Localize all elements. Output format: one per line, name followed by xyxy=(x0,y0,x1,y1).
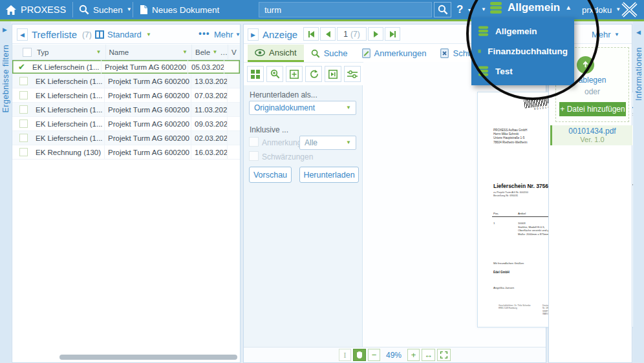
file-more-button[interactable]: Mehr xyxy=(592,30,611,39)
view-selector[interactable]: Standard xyxy=(107,30,142,39)
row-checkbox[interactable] xyxy=(19,134,28,142)
table-row[interactable]: ✔ EK Lieferschein (1... Projekt Turm AG … xyxy=(12,60,240,74)
info-strip-label[interactable]: Informationen xyxy=(634,47,643,101)
last-page-button[interactable] xyxy=(385,27,400,41)
database-menu-item[interactable]: Test xyxy=(471,61,574,81)
file-list-item[interactable]: 00101434.pdf Ver. 1.0 xyxy=(550,125,632,145)
user-menu-button[interactable]: prxdoku ▼ xyxy=(582,0,621,19)
topbar-divider xyxy=(133,2,133,17)
download-format-select[interactable]: Originaldokument ▼ xyxy=(249,101,356,115)
search-submit-button[interactable] xyxy=(434,2,451,17)
expand-right-icon[interactable]: ▶ xyxy=(3,26,7,33)
cell-name: Projekt Turm AG 600200 xyxy=(105,131,191,145)
table-row[interactable]: EK Lieferschein (1... Projekt Turm AG 60… xyxy=(12,74,240,88)
add-file-button[interactable]: + Datei hinzufügen xyxy=(559,102,626,116)
database-menu-item[interactable]: Allgemein xyxy=(471,21,574,41)
redactions-checkbox[interactable] xyxy=(249,151,259,161)
row-checkbox[interactable] xyxy=(19,77,28,85)
table-row[interactable]: EK Lieferschein (1... Projekt Turm AG 60… xyxy=(12,88,240,103)
search-menu-button[interactable]: Suchen ▼ xyxy=(79,0,132,19)
table-row[interactable]: EK Lieferschein (1... Projekt Turm AG 60… xyxy=(12,117,240,131)
table-row[interactable]: EK Rechnung (130) Projekt Turm AG 600200… xyxy=(12,145,240,160)
row-checkbox[interactable] xyxy=(19,105,28,114)
sort-icon[interactable]: ▼ xyxy=(213,50,218,55)
row-checkbox[interactable] xyxy=(19,119,28,128)
column-header-typ[interactable]: Typ ▼ xyxy=(34,45,106,60)
database-menu-item[interactable]: Finanzbuchhaltung xyxy=(471,41,574,61)
home-button[interactable]: PROXESS xyxy=(5,0,66,19)
column-header-name[interactable]: Name ▼ xyxy=(106,45,193,60)
add-annotation-button[interactable] xyxy=(286,66,303,82)
filter-strip-label[interactable]: Ergebnisse filtern xyxy=(1,45,10,113)
fit-page-button[interactable] xyxy=(437,349,451,361)
chevron-down-icon[interactable]: ▼ xyxy=(614,32,619,37)
chevron-up-icon: ▲ xyxy=(565,5,572,11)
doc-signature-company: Edel GmbH xyxy=(493,271,510,274)
horizontal-scrollbar[interactable] xyxy=(59,355,237,360)
topbar-divider xyxy=(72,2,73,17)
next-page-button[interactable] xyxy=(368,27,383,41)
tab-suche[interactable]: Suche xyxy=(304,45,355,62)
results-table-body: ✔ EK Lieferschein (1... Projekt Turm AG … xyxy=(12,60,240,160)
previous-page-button[interactable] xyxy=(320,27,336,41)
row-checkbox[interactable] xyxy=(19,148,28,156)
preview-button[interactable]: Vorschau xyxy=(249,167,292,183)
doc-footer-col: Geschäftsführer: Dr. Thilo Schenke HRB 2… xyxy=(499,304,539,310)
fit-page-icon xyxy=(440,351,448,359)
chevron-down-icon: ▼ xyxy=(616,7,621,12)
cell-date: 11.03.2020 xyxy=(191,103,228,117)
ellipsis-icon: ••• xyxy=(199,28,210,39)
recipient-address: PROXESS Aufbau GmbH Herrn Mike Schmitt U… xyxy=(493,129,528,145)
new-document-button[interactable]: Neues Dokument xyxy=(140,0,219,19)
text-select-button[interactable]: I xyxy=(339,349,351,361)
cell-extra xyxy=(228,117,239,131)
tab-ansicht[interactable]: Ansicht xyxy=(248,45,304,62)
database-menu-item-label: Test xyxy=(495,67,513,76)
right-collapse-strip[interactable]: ◀ Informationen xyxy=(633,21,644,363)
table-row[interactable]: EK Lieferschein (1... Projekt Turm AG 60… xyxy=(12,103,240,117)
new-document-icon xyxy=(140,5,148,15)
fit-width-button[interactable]: ↔ xyxy=(422,349,435,361)
check-icon: ✔ xyxy=(18,62,29,72)
chevron-down-icon[interactable]: ▼ xyxy=(146,32,151,37)
zoom-in-button[interactable]: + xyxy=(407,349,420,361)
select-all-checkbox[interactable] xyxy=(23,48,32,57)
column-header-date[interactable]: Belegdatum▼… xyxy=(192,45,228,60)
viewer-zoom-bar: I − 49% + ↔ xyxy=(244,347,546,362)
sort-icon[interactable]: ▼ xyxy=(182,50,188,55)
global-search-input[interactable] xyxy=(259,2,432,17)
user-menu-label: prxdoku xyxy=(582,5,612,15)
column-header-extra[interactable]: V xyxy=(228,45,240,60)
rotate-button[interactable] xyxy=(305,66,322,82)
collapse-left-icon[interactable]: ◀ xyxy=(17,28,28,41)
pan-hand-button[interactable] xyxy=(353,349,366,361)
database-dropdown-menu: Allgemein Finanzbuchhaltung Test xyxy=(471,17,574,85)
chevron-down-icon[interactable]: ▼ xyxy=(235,32,241,37)
cell-typ: EK Lieferschein (1... xyxy=(32,117,105,131)
grid-view-button[interactable] xyxy=(247,66,264,82)
first-page-button[interactable] xyxy=(303,27,319,41)
zoom-area-button[interactable] xyxy=(266,66,283,82)
cell-extra xyxy=(228,88,239,103)
collapse-left-icon[interactable]: ◀ xyxy=(636,29,641,36)
help-button[interactable]: ? ▼ xyxy=(456,0,471,19)
results-more-button[interactable]: Mehr xyxy=(214,30,233,39)
annotations-checkbox[interactable] xyxy=(249,137,259,147)
goto-page-button[interactable] xyxy=(325,66,341,82)
sort-icon[interactable]: ▼ xyxy=(96,50,102,55)
left-collapse-strip[interactable]: ▶ Ergebnisse filtern xyxy=(0,21,11,363)
cell-typ: EK Lieferschein (1... xyxy=(29,60,102,74)
tab-anmerkungen[interactable]: Anmerkungen xyxy=(355,45,434,62)
table-row[interactable]: EK Lieferschein (1... Projekt Turm AG 60… xyxy=(12,131,240,145)
download-action-button[interactable]: Herunterladen xyxy=(299,167,359,183)
chevron-down-icon: ▼ xyxy=(467,8,471,12)
database-selector[interactable]: Allgemein ▲ xyxy=(489,1,572,14)
row-checkbox[interactable] xyxy=(19,91,28,99)
results-header: ◀ Trefferliste (7) Standard ▼ ••• Mehr ▼ xyxy=(12,25,240,44)
expand-right-icon[interactable]: ▶ xyxy=(248,28,259,41)
display-settings-button[interactable] xyxy=(344,66,361,82)
annotations-scope-select[interactable]: Alle ▼ xyxy=(299,136,356,150)
cell-name: Projekt Turm AG 600200 xyxy=(105,103,191,117)
zoom-out-button[interactable]: − xyxy=(368,349,380,361)
cell-name: Projekt Turm AG 600200 xyxy=(102,60,188,74)
